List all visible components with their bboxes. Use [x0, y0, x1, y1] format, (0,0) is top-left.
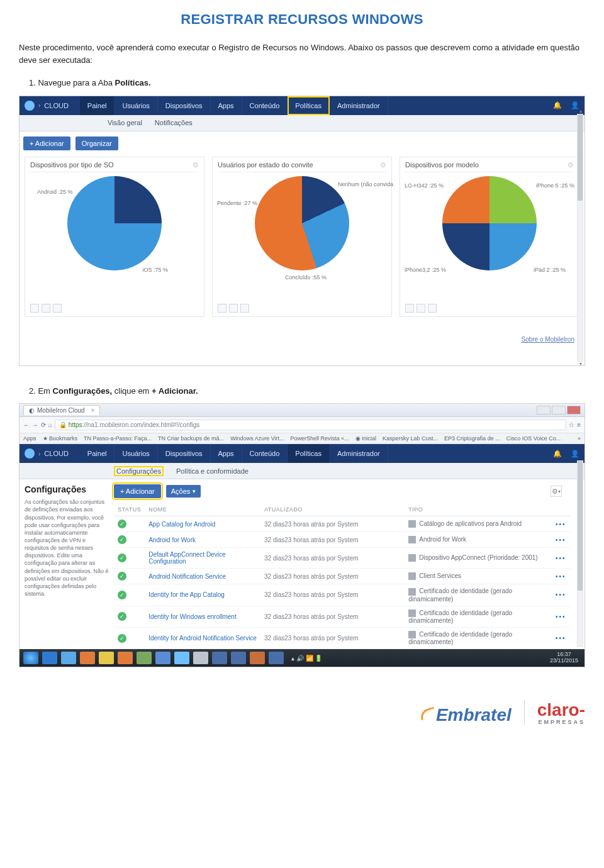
add-button[interactable]: + Adicionar: [23, 136, 70, 150]
bookmark-item[interactable]: ◉ Inicial: [355, 435, 377, 442]
config-name-link[interactable]: Default AppConnect Device Configuration: [148, 551, 225, 565]
table-row[interactable]: ✓Android for Work32 dias23 horas atrás p…: [114, 532, 571, 548]
scroll-up-icon[interactable]: ▴: [578, 108, 584, 114]
scrollbar-thumb[interactable]: [578, 461, 583, 591]
start-button[interactable]: [23, 652, 38, 664]
chart-view-icon[interactable]: [53, 304, 62, 313]
subnav-visao-geral[interactable]: Visão geral: [108, 119, 142, 126]
config-name-link[interactable]: App Catalog for Android: [148, 521, 215, 528]
tab-conteudo[interactable]: Conteúdo: [242, 96, 288, 115]
bookmark-item[interactable]: TN Criar backups de má...: [158, 435, 224, 442]
tab-dispositivos[interactable]: Dispositivos: [158, 444, 211, 463]
bell-icon[interactable]: 🔔: [553, 450, 562, 458]
bookmark-item[interactable]: Cisco IOS Voice Co...: [506, 435, 561, 442]
th-name[interactable]: NOME: [145, 503, 260, 516]
home-icon[interactable]: ⌂: [48, 421, 52, 428]
settings-gear-icon[interactable]: ⚙▾: [551, 486, 562, 497]
config-name-link[interactable]: Identity for Windows enrollment: [148, 613, 237, 620]
tab-politicas[interactable]: Políticas: [288, 96, 330, 115]
th-status[interactable]: STATUS: [114, 503, 145, 516]
bookmark-item[interactable]: TN Passo-a-Passo: Faça...: [84, 435, 152, 442]
taskbar-app-icon[interactable]: [174, 652, 189, 664]
brand[interactable]: › CLOUD: [25, 101, 69, 111]
close-tab-icon[interactable]: ×: [91, 407, 95, 414]
config-name-link[interactable]: Identity for Android Notification Servic…: [148, 635, 257, 642]
taskbar-app-icon[interactable]: [61, 652, 76, 664]
bell-icon[interactable]: 🔔: [553, 101, 562, 109]
tab-apps[interactable]: Apps: [211, 96, 242, 115]
taskbar-app-icon[interactable]: [99, 652, 114, 664]
about-link[interactable]: Sobre o MobileIron: [20, 317, 584, 349]
subnav-notificacoes[interactable]: Notificações: [155, 119, 193, 126]
tab-admin[interactable]: Administrador: [330, 96, 388, 115]
taskbar-app-icon[interactable]: [155, 652, 171, 664]
taskbar-app-icon[interactable]: [269, 652, 284, 664]
tab-dispositivos[interactable]: Dispositivos: [158, 96, 211, 115]
taskbar-clock[interactable]: 16:3723/11/2015: [550, 652, 581, 664]
taskbar-app-icon[interactable]: [137, 652, 152, 664]
chart-view-icon[interactable]: [42, 304, 50, 313]
row-actions-menu[interactable]: •••: [556, 635, 566, 642]
chart-view-icon[interactable]: [30, 304, 39, 313]
minimize-button[interactable]: [537, 406, 551, 415]
bookmark-item[interactable]: EP3 Criptografia de ...: [444, 435, 500, 442]
config-name-link[interactable]: Android for Work: [148, 537, 196, 543]
chart-view-icon[interactable]: [417, 304, 425, 313]
table-row[interactable]: ✓Identity for Windows enrollment32 dias2…: [114, 606, 571, 627]
th-type[interactable]: TIPO: [405, 503, 552, 516]
tab-admin[interactable]: Administrador: [330, 444, 388, 463]
table-row[interactable]: ✓Identity for the App Catalog32 dias23 h…: [114, 584, 571, 606]
gear-icon[interactable]: ⚙: [193, 161, 199, 169]
browser-tab[interactable]: ◐MobileIron Cloud×: [23, 405, 100, 415]
row-actions-menu[interactable]: •••: [556, 521, 566, 528]
taskbar-app-icon[interactable]: [42, 652, 57, 664]
taskbar-app-icon[interactable]: [212, 652, 227, 664]
forward-icon[interactable]: →: [32, 421, 38, 428]
actions-dropdown[interactable]: Ações▾: [166, 485, 201, 498]
user-icon[interactable]: 👤: [571, 450, 579, 458]
maximize-button[interactable]: [552, 406, 566, 415]
scrollbar[interactable]: [577, 460, 583, 647]
systray[interactable]: ▴ 🔊 📶 🔋: [291, 655, 322, 662]
subnav-politica-conformidade[interactable]: Política e conformidade: [176, 467, 249, 475]
chart-view-icon[interactable]: [229, 304, 238, 313]
scroll-down-icon[interactable]: ▾: [578, 361, 584, 366]
bookmark-item[interactable]: Apps: [23, 435, 36, 442]
table-row[interactable]: ✓Identity for Android Notification Servi…: [114, 628, 571, 649]
table-row[interactable]: ✓App Catalog for Android32 dias23 horas …: [114, 516, 571, 532]
row-actions-menu[interactable]: •••: [556, 537, 566, 543]
back-icon[interactable]: ←: [23, 421, 30, 428]
taskbar-app-icon[interactable]: [80, 652, 95, 664]
chart-view-icon[interactable]: [240, 304, 249, 313]
brand[interactable]: › CLOUD: [25, 448, 69, 459]
gear-icon[interactable]: ⚙: [568, 161, 574, 169]
bookmark-item[interactable]: Windows Azure Virt...: [230, 435, 284, 442]
taskbar-app-icon[interactable]: [231, 652, 246, 664]
close-window-button[interactable]: [567, 406, 581, 415]
menu-icon[interactable]: ≡: [577, 421, 581, 428]
table-row[interactable]: ✓Android Notification Service32 dias23 h…: [114, 569, 571, 584]
bookmark-item[interactable]: PowerShell Revista «...: [291, 435, 349, 442]
bookmark-item[interactable]: Kaspersky Lab Cust...: [383, 435, 438, 442]
config-name-link[interactable]: Identity for the App Catalog: [148, 591, 225, 598]
bookmark-item[interactable]: ★ Bookmarks: [43, 435, 78, 442]
tab-painel[interactable]: Painel: [80, 96, 115, 115]
row-actions-menu[interactable]: •••: [556, 591, 566, 598]
row-actions-menu[interactable]: •••: [556, 613, 566, 620]
tab-politicas[interactable]: Políticas: [288, 444, 330, 463]
th-updated[interactable]: ATUALIZADO: [260, 503, 405, 516]
table-row[interactable]: ✓Default AppConnect Device Configuration…: [114, 548, 571, 569]
scrollbar[interactable]: ▴ ▾: [577, 114, 583, 362]
taskbar-app-icon[interactable]: [118, 652, 133, 664]
reload-icon[interactable]: ⟳: [41, 421, 46, 428]
config-name-link[interactable]: Android Notification Service: [148, 573, 226, 580]
taskbar-app-icon[interactable]: [193, 652, 208, 664]
add-button[interactable]: + Adicionar: [114, 484, 161, 498]
tab-usuarios[interactable]: Usuários: [115, 96, 157, 115]
gear-icon[interactable]: ⚙: [380, 161, 386, 169]
tab-painel[interactable]: Painel: [80, 444, 115, 463]
scrollbar-thumb[interactable]: [578, 114, 583, 201]
tab-usuarios[interactable]: Usuários: [115, 444, 157, 463]
taskbar-app-icon[interactable]: [250, 652, 265, 664]
tab-conteudo[interactable]: Conteúdo: [242, 444, 288, 463]
